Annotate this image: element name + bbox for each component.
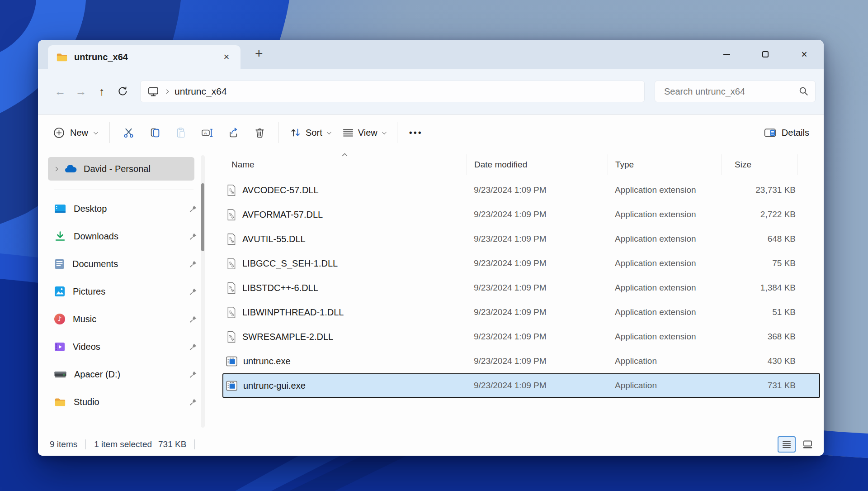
more-options-button[interactable]: ••• [403,128,429,138]
file-name: AVUTIL-55.DLL [242,234,306,244]
sidebar-item-drive-d[interactable]: Apacer (D:) [43,361,197,387]
column-header-date-modified[interactable]: Date modified [467,154,608,175]
up-button[interactable]: ↑ [91,81,112,102]
table-row[interactable]: AVCODEC-57.DLL 9/23/2024 1:09 PM Applica… [222,178,820,202]
file-type: Application extension [608,332,722,342]
file-explorer-window: untrunc_x64 × + × ← → ↑ [38,40,824,456]
column-header-type[interactable]: Type [608,154,722,175]
items-count: 9 items [50,439,77,449]
file-size: 368 KB [722,332,797,342]
dll-file-icon [226,184,236,196]
new-tab-button[interactable]: + [255,46,263,61]
file-size: 23,731 KB [722,185,797,195]
tab-untrunc-x64[interactable]: untrunc_x64 × [48,45,241,69]
chevron-down-icon [382,130,387,134]
refresh-button[interactable] [112,81,133,102]
thumbnail-view-button[interactable] [798,436,816,453]
pin-icon [189,260,197,268]
sidebar-item-downloads[interactable]: Downloads [43,223,197,249]
toolbar-separator [278,122,278,143]
pin-icon [189,205,197,213]
search-input[interactable] [664,86,799,97]
sort-ascending-caret-icon[interactable] [341,153,348,157]
sort-icon [290,128,301,137]
sidebar-item-label: Downloads [74,231,118,242]
plus-circle-icon [53,127,65,138]
file-name: LIBGCC_S_SEH-1.DLL [242,258,338,269]
table-row[interactable]: AVFORMAT-57.DLL 9/23/2024 1:09 PM Applic… [222,202,820,227]
paste-button[interactable] [168,120,194,145]
table-row[interactable]: SWRESAMPLE-2.DLL 9/23/2024 1:09 PM Appli… [222,324,820,349]
file-list-pane: Name Date modified Type Size AVCODEC-57.… [206,151,824,433]
file-date: 9/23/2024 1:09 PM [467,283,608,293]
file-type: Application extension [608,283,722,293]
sidebar-item-desktop[interactable]: Desktop [43,195,197,222]
column-header-name[interactable]: Name [222,154,467,175]
close-button[interactable]: × [785,40,824,69]
file-name: untrunc-gui.exe [243,381,306,391]
minimize-button[interactable] [707,40,746,69]
table-row-selected[interactable]: untrunc-gui.exe 9/23/2024 1:09 PM Applic… [222,373,820,398]
chevron-down-icon [94,130,98,134]
forward-button[interactable]: → [71,81,91,102]
search-icon[interactable] [799,86,809,96]
status-divider [194,439,195,449]
table-row[interactable]: AVUTIL-55.DLL 9/23/2024 1:09 PM Applicat… [222,227,820,251]
file-name: AVFORMAT-57.DLL [242,210,323,220]
expand-chevron-icon[interactable] [54,167,58,171]
view-button[interactable]: View [336,120,392,145]
exe-file-icon [226,381,237,391]
table-row[interactable]: untrunc.exe 9/23/2024 1:09 PM Applicatio… [222,349,820,373]
sidebar-item-studio[interactable]: Studio [43,389,197,415]
cut-button[interactable] [115,120,142,145]
copy-button[interactable] [142,120,168,145]
file-date: 9/23/2024 1:09 PM [467,307,608,317]
rename-button[interactable]: A [194,120,220,145]
table-row[interactable]: LIBSTDC++-6.DLL 9/23/2024 1:09 PM Applic… [222,276,820,300]
file-type: Application extension [608,210,722,219]
file-name: LIBWINPTHREAD-1.DLL [242,307,344,318]
selection-count: 1 item selected [94,439,152,449]
sidebar-item-documents[interactable]: Documents [43,251,197,277]
delete-button[interactable] [246,120,273,145]
file-date: 9/23/2024 1:09 PM [467,234,608,244]
folder-icon [56,52,68,62]
file-size: 731 KB [722,381,797,391]
tab-close-icon[interactable]: × [220,51,233,63]
tab-bar: untrunc_x64 × + × [38,40,824,69]
cut-icon [123,127,134,138]
search-box[interactable] [655,81,816,102]
sidebar-item-label: Documents [72,259,118,269]
address-bar[interactable]: untrunc_x64 [140,81,645,102]
folder-icon [54,397,66,407]
trash-icon [255,127,265,138]
paste-icon [175,127,187,138]
view-toggles [778,436,816,453]
share-button[interactable] [220,120,246,145]
toolbar-separator [397,122,397,143]
table-row[interactable]: LIBGCC_S_SEH-1.DLL 9/23/2024 1:09 PM App… [222,251,820,276]
window-controls: × [707,40,824,69]
table-row[interactable]: LIBWINPTHREAD-1.DLL 9/23/2024 1:09 PM Ap… [222,300,820,324]
svg-text:A: A [204,130,207,135]
music-icon: ♪ [54,314,65,324]
sidebar-item-videos[interactable]: Videos [43,334,197,360]
sort-label: Sort [306,128,322,138]
sidebar-item-music[interactable]: ♪ Music [43,306,197,332]
sidebar-scrollbar-thumb[interactable] [201,183,204,251]
view-lines-icon [343,129,354,137]
new-button[interactable]: New [46,120,104,145]
sidebar-item-pictures[interactable]: Pictures [43,278,197,305]
sidebar-item-onedrive-profile[interactable]: David - Personal [48,157,194,181]
new-label: New [70,128,88,138]
back-button[interactable]: ← [50,81,71,102]
column-header-size[interactable]: Size [722,154,797,175]
sidebar-scrollbar[interactable] [201,155,205,428]
sort-button[interactable]: Sort [284,120,336,145]
details-view-button[interactable] [778,436,796,453]
maximize-button[interactable] [746,40,785,69]
selection-size: 731 KB [158,439,186,449]
share-icon [228,127,239,138]
view-label: View [358,128,377,138]
details-pane-button[interactable]: Details [760,120,814,145]
